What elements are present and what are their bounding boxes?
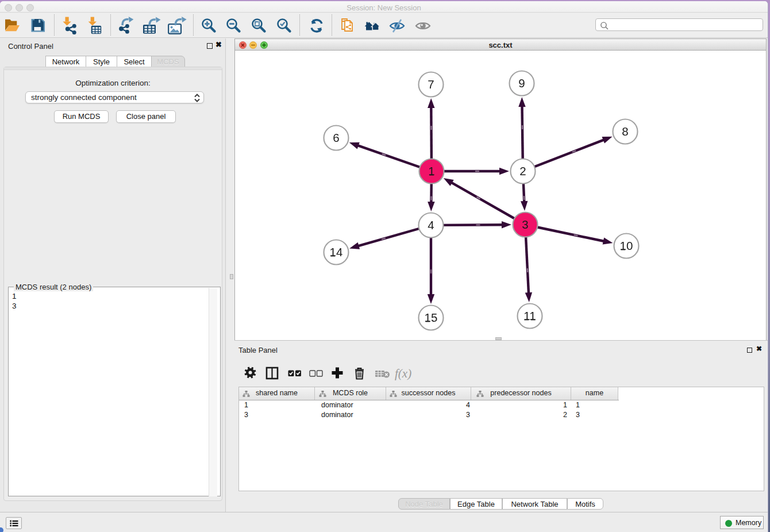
svg-text:2: 2 — [519, 164, 526, 178]
svg-text:3: 3 — [522, 218, 528, 231]
svg-text:9: 9 — [518, 76, 525, 90]
svg-text:4: 4 — [428, 218, 434, 232]
svg-text:6: 6 — [333, 131, 339, 144]
svg-text:8: 8 — [622, 125, 628, 138]
svg-text:7: 7 — [428, 78, 434, 91]
